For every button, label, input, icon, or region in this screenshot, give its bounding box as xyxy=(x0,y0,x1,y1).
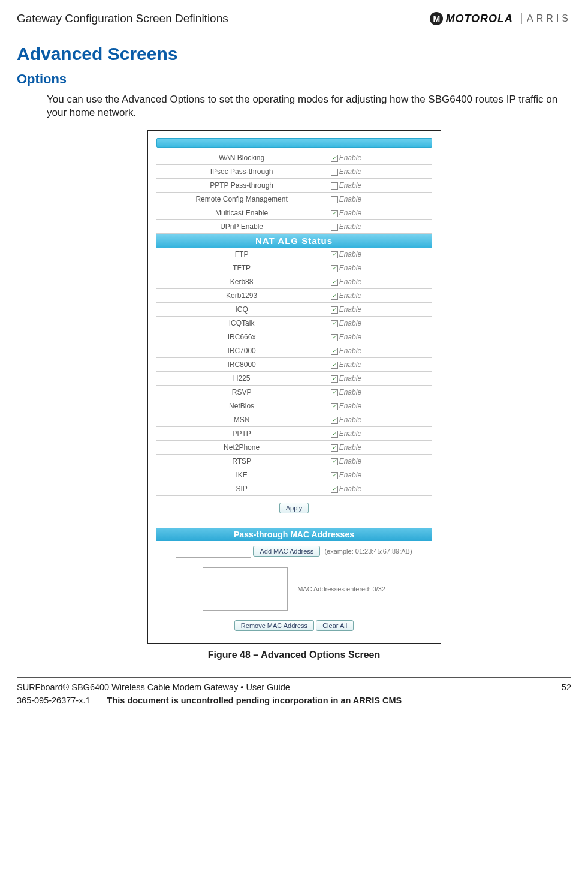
option-enable-cell[interactable]: ✓Enable xyxy=(327,455,432,468)
option-row: ICQ✓Enable xyxy=(156,303,432,317)
option-label: WAN Blocking xyxy=(156,151,327,165)
checkbox-unchecked-icon[interactable] xyxy=(331,224,338,231)
option-row: Kerb88✓Enable xyxy=(156,275,432,289)
checkbox-checked-icon[interactable]: ✓ xyxy=(331,306,338,314)
checkbox-checked-icon[interactable]: ✓ xyxy=(331,486,338,493)
option-label: ICQTalk xyxy=(156,317,327,330)
checkbox-checked-icon[interactable]: ✓ xyxy=(331,375,338,383)
enable-label: Enable xyxy=(339,360,361,369)
option-row: RSVP✓Enable xyxy=(156,386,432,399)
option-row: RTSP✓Enable xyxy=(156,455,432,468)
option-enable-cell[interactable]: ✓Enable xyxy=(327,303,432,317)
option-enable-cell[interactable]: ✓Enable xyxy=(327,344,432,358)
option-label: IKE xyxy=(156,468,327,482)
option-enable-cell[interactable]: ✓Enable xyxy=(327,330,432,344)
checkbox-checked-icon[interactable]: ✓ xyxy=(331,251,338,258)
checkbox-checked-icon[interactable]: ✓ xyxy=(331,362,338,369)
option-enable-cell[interactable]: ✓Enable xyxy=(327,468,432,482)
option-enable-cell[interactable]: ✓Enable xyxy=(327,482,432,496)
checkbox-unchecked-icon[interactable] xyxy=(331,182,338,190)
checkbox-checked-icon[interactable]: ✓ xyxy=(331,417,338,424)
checkbox-checked-icon[interactable]: ✓ xyxy=(331,210,338,217)
option-enable-cell[interactable]: ✓Enable xyxy=(327,275,432,289)
option-enable-cell[interactable]: ✓Enable xyxy=(327,261,432,275)
option-enable-cell[interactable]: Enable xyxy=(327,193,432,206)
option-row: IPsec Pass-throughEnable xyxy=(156,165,432,179)
option-label: PPTP Pass-through xyxy=(156,179,327,193)
enable-label: Enable xyxy=(339,374,361,383)
checkbox-checked-icon[interactable]: ✓ xyxy=(331,431,338,438)
enable-label: Enable xyxy=(339,209,361,217)
option-row: Remote Config ManagementEnable xyxy=(156,193,432,206)
checkbox-checked-icon[interactable]: ✓ xyxy=(331,334,338,341)
option-enable-cell[interactable]: ✓Enable xyxy=(327,317,432,330)
option-enable-cell[interactable]: ✓Enable xyxy=(327,206,432,220)
checkbox-checked-icon[interactable]: ✓ xyxy=(331,389,338,396)
checkbox-unchecked-icon[interactable] xyxy=(331,169,338,176)
enable-label: Enable xyxy=(339,429,361,438)
option-label: RSVP xyxy=(156,386,327,399)
mac-address-input[interactable] xyxy=(176,546,251,558)
nat-alg-header: NAT ALG Status xyxy=(156,234,432,248)
page-footer: SURFboard® SBG6400 Wireless Cable Modem … xyxy=(17,677,571,705)
option-enable-cell[interactable]: Enable xyxy=(327,165,432,179)
mac-list-box[interactable] xyxy=(203,567,288,611)
option-enable-cell[interactable]: Enable xyxy=(327,220,432,234)
header-title: Gateway Configuration Screen Definitions xyxy=(17,12,228,25)
add-mac-button[interactable]: Add MAC Address xyxy=(253,546,320,557)
checkbox-checked-icon[interactable]: ✓ xyxy=(331,472,338,479)
arris-logo: ARRIS xyxy=(521,13,571,24)
option-label: Kerb1293 xyxy=(156,289,327,303)
checkbox-unchecked-icon[interactable] xyxy=(331,196,338,203)
mac-count-text: MAC Addresses entered: 0/32 xyxy=(297,585,385,593)
enable-label: Enable xyxy=(339,347,361,355)
checkbox-checked-icon[interactable]: ✓ xyxy=(331,265,338,272)
checkbox-checked-icon[interactable]: ✓ xyxy=(331,444,338,452)
checkbox-checked-icon[interactable]: ✓ xyxy=(331,348,338,355)
option-label: Remote Config Management xyxy=(156,193,327,206)
remove-mac-button[interactable]: Remove MAC Address xyxy=(234,620,314,631)
option-enable-cell[interactable]: ✓Enable xyxy=(327,441,432,455)
enable-label: Enable xyxy=(339,471,361,479)
option-label: FTP xyxy=(156,248,327,261)
option-row: IRC8000✓Enable xyxy=(156,358,432,372)
option-enable-cell[interactable]: ✓Enable xyxy=(327,386,432,399)
enable-label: Enable xyxy=(339,333,361,341)
option-enable-cell[interactable]: ✓Enable xyxy=(327,427,432,441)
apply-button[interactable]: Apply xyxy=(279,503,309,513)
footer-notice: This document is uncontrolled pending in… xyxy=(107,696,402,705)
figure-screenshot: WAN Blocking✓EnableIPsec Pass-throughEna… xyxy=(147,130,441,644)
option-enable-cell[interactable]: ✓Enable xyxy=(327,372,432,386)
body-paragraph: You can use the Advanced Options to set … xyxy=(47,93,571,119)
option-enable-cell[interactable]: ✓Enable xyxy=(327,358,432,372)
option-label: SIP xyxy=(156,482,327,496)
section-heading: Advanced Screens xyxy=(17,44,571,64)
option-enable-cell[interactable]: Enable xyxy=(327,179,432,193)
enable-label: Enable xyxy=(339,402,361,410)
option-enable-cell[interactable]: ✓Enable xyxy=(327,248,432,261)
clear-all-button[interactable]: Clear All xyxy=(316,620,354,631)
option-label: H225 xyxy=(156,372,327,386)
checkbox-checked-icon[interactable]: ✓ xyxy=(331,403,338,410)
checkbox-checked-icon[interactable]: ✓ xyxy=(331,279,338,286)
checkbox-checked-icon[interactable]: ✓ xyxy=(331,293,338,300)
option-row: NetBios✓Enable xyxy=(156,399,432,413)
checkbox-checked-icon[interactable]: ✓ xyxy=(331,320,338,327)
option-enable-cell[interactable]: ✓Enable xyxy=(327,151,432,165)
subsection-heading: Options xyxy=(17,71,571,87)
footer-product: SURFboard® SBG6400 Wireless Cable Modem … xyxy=(17,682,290,692)
top-blue-bar xyxy=(156,138,432,148)
option-enable-cell[interactable]: ✓Enable xyxy=(327,399,432,413)
motorola-logo: MOTOROLA xyxy=(426,11,517,26)
option-row: WAN Blocking✓Enable xyxy=(156,151,432,165)
checkbox-checked-icon[interactable]: ✓ xyxy=(331,458,338,465)
option-enable-cell[interactable]: ✓Enable xyxy=(327,289,432,303)
option-enable-cell[interactable]: ✓Enable xyxy=(327,413,432,427)
checkbox-checked-icon[interactable]: ✓ xyxy=(331,155,338,162)
mac-buttons-row: Remove MAC Address Clear All xyxy=(156,615,432,636)
page-header: Gateway Configuration Screen Definitions… xyxy=(17,11,571,29)
enable-label: Enable xyxy=(339,222,361,231)
option-label: NetBios xyxy=(156,399,327,413)
option-row: PPTP✓Enable xyxy=(156,427,432,441)
mac-list-row: MAC Addresses entered: 0/32 xyxy=(156,563,432,615)
